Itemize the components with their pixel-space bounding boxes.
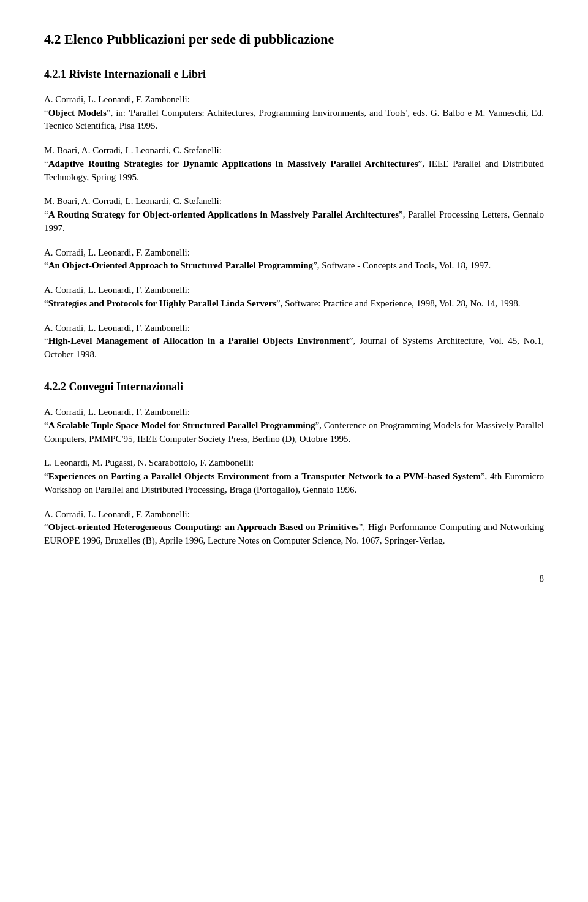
journal-entry-4: A. Corradi, L. Leonardi, F. Zambonelli: …	[44, 246, 544, 273]
conf-3-authors: A. Corradi, L. Leonardi, F. Zambonelli:	[44, 509, 190, 519]
journal-1-authors: A. Corradi, L. Leonardi, F. Zambonelli:	[44, 94, 190, 104]
journal-6-authors: A. Corradi, L. Leonardi, F. Zambonelli:	[44, 323, 190, 333]
subsection2-title: 4.2.2 Convegni Internazionali	[44, 379, 544, 395]
journal-2-authors: M. Boari, A. Corradi, L. Leonardi, C. St…	[44, 145, 222, 155]
conf-2-authors: L. Leonardi, M. Pugassi, N. Scarabottolo…	[44, 458, 254, 468]
journal-entry-6: A. Corradi, L. Leonardi, F. Zambonelli: …	[44, 322, 544, 362]
conf-3-title: Object-oriented Heterogeneous Computing:…	[48, 522, 359, 532]
journal-5-authors: A. Corradi, L. Leonardi, F. Zambonelli:	[44, 285, 190, 295]
journal-3-title: A Routing Strategy for Object-oriented A…	[48, 210, 399, 219]
journal-4-body: , Software - Concepts and Tools, Vol. 18…	[317, 260, 491, 270]
journal-entry-5: A. Corradi, L. Leonardi, F. Zambonelli: …	[44, 284, 544, 311]
conference-entry-1: A. Corradi, L. Leonardi, F. Zambonelli: …	[44, 406, 544, 445]
journal-entry-3: M. Boari, A. Corradi, L. Leonardi, C. St…	[44, 195, 544, 235]
journal-6-title: High-Level Management of Allocation in a…	[48, 336, 349, 346]
conf-2-title: Experiences on Porting a Parallel Object…	[48, 471, 481, 481]
journal-2-title: Adaptive Routing Strategies for Dynamic …	[48, 159, 418, 169]
journal-entry-2: M. Boari, A. Corradi, L. Leonardi, C. St…	[44, 144, 544, 184]
journal-3-authors: M. Boari, A. Corradi, L. Leonardi, C. St…	[44, 196, 222, 206]
section-title: 4.2 Elenco Pubblicazioni per sede di pub…	[44, 29, 544, 49]
subsection1-title: 4.2.1 Riviste Internazionali e Libri	[44, 66, 544, 82]
conf-1-authors: A. Corradi, L. Leonardi, F. Zambonelli:	[44, 407, 190, 417]
conference-entry-3: A. Corradi, L. Leonardi, F. Zambonelli: …	[44, 508, 544, 548]
page-number: 8	[44, 572, 544, 586]
journal-1-title: Object Models	[48, 108, 107, 118]
journal-1-body: , in: 'Parallel Computers: Achitectures,…	[44, 108, 544, 131]
conf-1-title: A Scalable Tuple Space Model for Structu…	[48, 420, 315, 430]
journal-5-body: , Software: Practice and Experience, 199…	[281, 298, 521, 308]
conference-entry-2: L. Leonardi, M. Pugassi, N. Scarabottolo…	[44, 457, 544, 496]
journal-5-title: Strategies and Protocols for Highly Para…	[48, 298, 276, 308]
journal-entry-1: A. Corradi, L. Leonardi, F. Zambonelli: …	[44, 93, 544, 133]
journal-4-title: An Object-Oriented Approach to Structure…	[48, 260, 313, 270]
journal-4-authors: A. Corradi, L. Leonardi, F. Zambonelli:	[44, 248, 190, 257]
